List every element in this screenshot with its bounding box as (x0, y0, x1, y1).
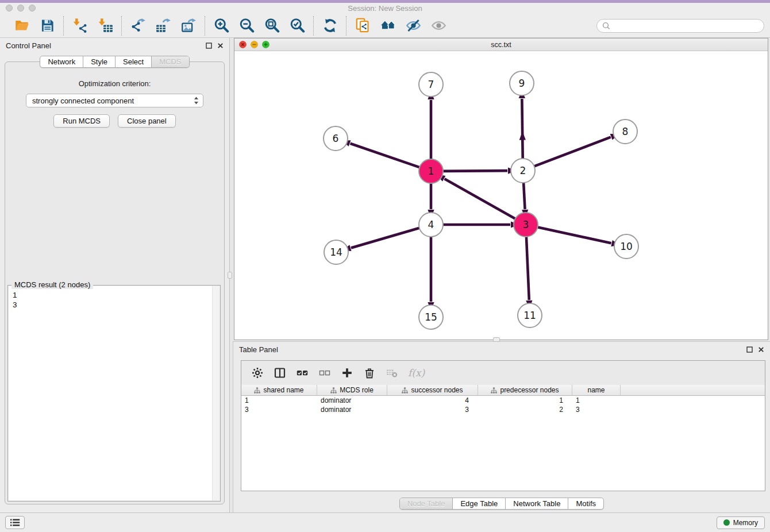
graph-edge-3-10[interactable] (537, 227, 611, 243)
criterion-selected-value: strongly connected component (32, 97, 193, 105)
svg-text:15: 15 (425, 311, 437, 323)
cell-name[interactable]: 3 (572, 405, 621, 414)
minimize-window-icon[interactable] (17, 5, 24, 11)
open-session-icon[interactable] (12, 16, 32, 36)
save-session-icon[interactable] (37, 16, 57, 36)
toolbar-group (122, 16, 205, 36)
zoom-selected-icon[interactable] (287, 16, 307, 36)
zoom-fit-icon[interactable] (262, 16, 282, 36)
graph-node-3[interactable]: 3 (514, 213, 538, 237)
graph-edge-2-3[interactable] (523, 182, 525, 209)
select-all-icon[interactable] (296, 367, 309, 379)
network-canvas[interactable]: 7968124314101511 (234, 51, 768, 340)
search-input[interactable] (613, 21, 759, 30)
export-network-icon[interactable] (128, 16, 148, 36)
network-close-icon[interactable] (239, 41, 247, 50)
export-table-icon[interactable] (153, 16, 173, 36)
column-header-mcds-role[interactable]: MCDS role (317, 385, 387, 395)
graph-node-1[interactable]: 1 (419, 159, 443, 183)
tab-network[interactable]: Network (40, 56, 83, 67)
zoom-in-icon[interactable] (211, 16, 231, 36)
close-panel-icon[interactable] (217, 43, 224, 49)
table-tab-edge-table[interactable]: Edge Table (452, 498, 505, 509)
table-tab-node-table[interactable]: Node Table (400, 498, 453, 509)
deselect-all-icon[interactable] (318, 367, 331, 379)
graph-edge-2-8[interactable] (533, 137, 611, 167)
search-icon (602, 22, 610, 30)
graph-edge-1-6[interactable] (351, 144, 421, 168)
network-minimize-icon[interactable] (251, 41, 258, 50)
graph-edge-1-2[interactable] (442, 171, 507, 171)
cell-name[interactable]: 1 (572, 396, 621, 405)
table-row[interactable]: 3dominator323 (241, 405, 765, 414)
close-table-panel-icon[interactable] (758, 346, 764, 353)
search-box[interactable] (596, 19, 764, 33)
result-scrollbar[interactable] (212, 286, 220, 500)
svg-text:7: 7 (428, 79, 434, 90)
add-row-icon[interactable] (341, 367, 353, 379)
cell-mcds-role[interactable]: dominator (317, 396, 387, 405)
tab-select[interactable]: Select (115, 56, 151, 67)
table-tab-motifs[interactable]: Motifs (568, 498, 603, 509)
graph-node-8[interactable]: 8 (613, 119, 637, 144)
delete-row-icon[interactable] (363, 367, 376, 379)
table-row[interactable]: 1dominator411 (241, 396, 765, 405)
vertical-splitter-grip[interactable] (228, 272, 232, 279)
column-label: MCDS role (340, 386, 374, 394)
mcds-result-item[interactable]: 1 (13, 290, 220, 300)
import-network-icon[interactable] (70, 16, 90, 36)
graph-edge-3-11[interactable] (526, 236, 529, 300)
float-table-panel-icon[interactable] (746, 346, 753, 353)
graph-node-10[interactable]: 10 (614, 234, 638, 259)
first-neighbors-icon[interactable] (378, 16, 398, 36)
show-panels-button[interactable] (5, 516, 25, 529)
close-window-icon[interactable] (6, 5, 13, 11)
table-panel-tabs: Node TableEdge TableNetwork TableMotifs (399, 498, 604, 510)
run-mcds-button[interactable]: Run MCDS (53, 114, 110, 128)
import-table-icon[interactable] (95, 16, 115, 36)
cell-shared-name[interactable]: 3 (241, 405, 317, 414)
column-header-shared-name[interactable]: shared name (241, 385, 317, 395)
export-image-icon[interactable] (179, 16, 198, 36)
float-panel-icon[interactable] (206, 43, 212, 49)
table-panel: Table Panel f(x) shared nameMCDS rolesuc… (233, 341, 770, 512)
zoom-window-icon[interactable] (29, 5, 36, 11)
graph-edge-2-9[interactable] (522, 99, 522, 160)
graph-node-7[interactable]: 7 (419, 72, 443, 97)
cell-successor-nodes[interactable]: 4 (387, 396, 478, 405)
cell-predecessor-nodes[interactable]: 1 (478, 396, 572, 405)
cell-successor-nodes[interactable]: 3 (387, 405, 478, 414)
close-panel-button[interactable]: Close panel (118, 114, 176, 128)
svg-text:3: 3 (523, 219, 529, 230)
column-header-name[interactable]: name (572, 385, 621, 395)
graph-node-4[interactable]: 4 (419, 213, 443, 237)
graph-node-6[interactable]: 6 (324, 126, 348, 151)
cell-predecessor-nodes[interactable]: 2 (478, 405, 572, 414)
table-tab-network-table[interactable]: Network Table (505, 498, 568, 509)
tab-style[interactable]: Style (83, 56, 115, 67)
graph-node-9[interactable]: 9 (510, 71, 534, 95)
graph-node-15[interactable]: 15 (419, 305, 443, 329)
network-zoom-icon[interactable] (262, 41, 270, 50)
graph-node-14[interactable]: 14 (324, 240, 348, 264)
graph-edge-3-1[interactable] (445, 179, 517, 219)
graph-node-2[interactable]: 2 (511, 159, 535, 183)
cell-shared-name[interactable]: 1 (241, 396, 317, 405)
criterion-select[interactable]: strongly connected component (26, 94, 203, 107)
memory-button[interactable]: Memory (717, 516, 765, 529)
cell-mcds-role[interactable]: dominator (317, 405, 387, 414)
zoom-out-icon[interactable] (237, 16, 256, 36)
mcds-result-item[interactable]: 3 (13, 300, 220, 310)
column-header-successor-nodes[interactable]: successor nodes (387, 385, 478, 395)
tab-mcds[interactable]: MCDS (151, 56, 188, 67)
hide-selected-icon[interactable] (403, 16, 423, 36)
copy-network-icon[interactable] (353, 16, 372, 36)
apply-layout-icon[interactable] (320, 16, 340, 36)
horizontal-splitter-grip[interactable] (493, 337, 500, 342)
mcds-result-list[interactable]: 13 (9, 286, 220, 500)
column-header-predecessor-nodes[interactable]: predecessor nodes (478, 385, 572, 395)
graph-edge-4-14[interactable] (351, 228, 421, 248)
graph-node-11[interactable]: 11 (518, 303, 542, 327)
table-settings-icon[interactable] (251, 367, 264, 379)
toggle-columns-icon[interactable] (274, 367, 286, 379)
